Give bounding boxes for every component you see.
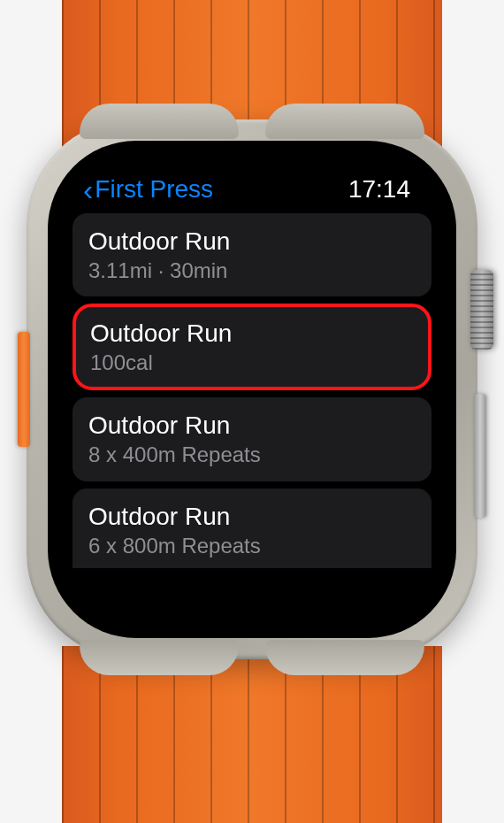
item-title: Outdoor Run	[88, 410, 416, 441]
item-title: Outdoor Run	[88, 501, 416, 532]
watch-lug	[265, 640, 424, 675]
watch-frame: ‹ First Press 17:14 Outdoor Run 3.11mi ·…	[0, 0, 504, 823]
item-subtitle: 6 x 800m Repeats	[88, 532, 416, 559]
item-subtitle: 8 x 400m Repeats	[88, 441, 416, 468]
list-item-highlighted[interactable]: Outdoor Run 100cal	[73, 304, 431, 390]
item-title: Outdoor Run	[90, 318, 414, 349]
list-item[interactable]: Outdoor Run 8 x 400m Repeats	[73, 397, 431, 481]
status-bar: ‹ First Press 17:14	[67, 160, 437, 210]
list-item[interactable]: Outdoor Run 6 x 800m Repeats	[73, 488, 431, 568]
screen-bezel: ‹ First Press 17:14 Outdoor Run 3.11mi ·…	[48, 141, 456, 638]
watch-lug	[80, 104, 239, 139]
item-title: Outdoor Run	[88, 226, 416, 257]
item-subtitle: 3.11mi · 30min	[88, 257, 416, 284]
back-button[interactable]: ‹ First Press	[83, 174, 213, 204]
watch-screen: ‹ First Press 17:14 Outdoor Run 3.11mi ·…	[67, 160, 437, 619]
back-button-label: First Press	[95, 175, 213, 204]
watch-lug	[265, 104, 424, 139]
side-button[interactable]	[474, 394, 486, 518]
watch-case: ‹ First Press 17:14 Outdoor Run 3.11mi ·…	[27, 119, 477, 659]
list-item[interactable]: Outdoor Run 3.11mi · 30min	[73, 213, 431, 296]
workout-list[interactable]: Outdoor Run 3.11mi · 30min Outdoor Run 1…	[67, 210, 437, 568]
chevron-left-icon: ‹	[83, 174, 93, 204]
item-subtitle: 100cal	[90, 349, 414, 376]
action-button[interactable]	[18, 332, 30, 447]
digital-crown[interactable]	[470, 270, 493, 350]
watch-lug	[80, 640, 239, 675]
time-display: 17:14	[348, 175, 410, 204]
